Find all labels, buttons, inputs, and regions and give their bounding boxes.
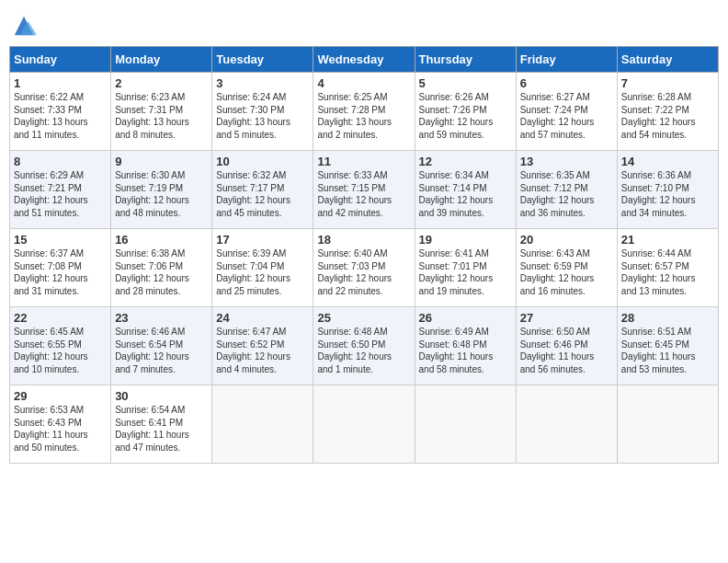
day-number: 20 [520, 233, 613, 247]
calendar-cell: 28Sunrise: 6:51 AMSunset: 6:45 PMDayligh… [617, 307, 718, 385]
cell-info: Sunrise: 6:35 AMSunset: 7:12 PMDaylight:… [520, 169, 613, 219]
calendar-cell: 3Sunrise: 6:24 AMSunset: 7:30 PMDaylight… [212, 73, 313, 151]
cell-info: Sunrise: 6:40 AMSunset: 7:03 PMDaylight:… [317, 247, 410, 297]
cell-info: Sunrise: 6:54 AMSunset: 6:41 PMDaylight:… [115, 404, 208, 454]
day-number: 19 [419, 233, 512, 247]
calendar-cell: 30Sunrise: 6:54 AMSunset: 6:41 PMDayligh… [111, 385, 212, 464]
calendar-cell: 16Sunrise: 6:38 AMSunset: 7:06 PMDayligh… [111, 229, 212, 307]
cell-info: Sunrise: 6:53 AMSunset: 6:43 PMDaylight:… [14, 404, 107, 454]
calendar-cell: 23Sunrise: 6:46 AMSunset: 6:54 PMDayligh… [111, 307, 212, 385]
day-number: 23 [115, 311, 208, 325]
calendar-cell: 17Sunrise: 6:39 AMSunset: 7:04 PMDayligh… [212, 229, 313, 307]
day-number: 3 [216, 76, 309, 90]
cell-info: Sunrise: 6:24 AMSunset: 7:30 PMDaylight:… [216, 91, 309, 141]
calendar-cell: 25Sunrise: 6:48 AMSunset: 6:50 PMDayligh… [313, 307, 415, 385]
day-header-monday: Monday [111, 47, 212, 73]
cell-info: Sunrise: 6:39 AMSunset: 7:04 PMDaylight:… [216, 247, 309, 297]
calendar-cell: 26Sunrise: 6:49 AMSunset: 6:48 PMDayligh… [415, 307, 516, 385]
day-number: 10 [216, 155, 309, 168]
calendar-cell: 1Sunrise: 6:22 AMSunset: 7:33 PMDaylight… [10, 73, 111, 151]
day-header-thursday: Thursday [415, 47, 516, 73]
calendar-cell: 7Sunrise: 6:28 AMSunset: 7:22 PMDaylight… [617, 73, 718, 151]
day-number: 15 [14, 233, 107, 247]
calendar-cell: 15Sunrise: 6:37 AMSunset: 7:08 PMDayligh… [10, 229, 111, 307]
day-number: 6 [520, 76, 613, 90]
calendar-cell: 29Sunrise: 6:53 AMSunset: 6:43 PMDayligh… [10, 385, 111, 464]
cell-info: Sunrise: 6:47 AMSunset: 6:52 PMDaylight:… [216, 326, 309, 375]
cell-info: Sunrise: 6:49 AMSunset: 6:48 PMDaylight:… [419, 326, 512, 375]
calendar-cell: 14Sunrise: 6:36 AMSunset: 7:10 PMDayligh… [617, 151, 718, 229]
cell-info: Sunrise: 6:33 AMSunset: 7:15 PMDaylight:… [317, 169, 410, 219]
day-number: 25 [317, 311, 410, 325]
day-number: 13 [520, 155, 613, 168]
cell-info: Sunrise: 6:27 AMSunset: 7:24 PMDaylight:… [520, 91, 613, 141]
day-header-friday: Friday [516, 47, 617, 73]
calendar-table: SundayMondayTuesdayWednesdayThursdayFrid… [9, 46, 719, 464]
calendar-cell [212, 385, 313, 464]
cell-info: Sunrise: 6:38 AMSunset: 7:06 PMDaylight:… [115, 247, 208, 297]
day-number: 29 [14, 389, 107, 403]
day-header-wednesday: Wednesday [313, 47, 415, 73]
cell-info: Sunrise: 6:34 AMSunset: 7:14 PMDaylight:… [419, 169, 512, 219]
day-number: 28 [621, 311, 714, 325]
day-number: 24 [216, 311, 309, 325]
cell-info: Sunrise: 6:43 AMSunset: 6:59 PMDaylight:… [520, 247, 613, 297]
day-number: 27 [520, 311, 613, 325]
cell-info: Sunrise: 6:30 AMSunset: 7:19 PMDaylight:… [115, 169, 208, 219]
cell-info: Sunrise: 6:41 AMSunset: 7:01 PMDaylight:… [419, 247, 512, 297]
day-header-sunday: Sunday [10, 47, 111, 73]
cell-info: Sunrise: 6:37 AMSunset: 7:08 PMDaylight:… [14, 247, 107, 297]
day-header-tuesday: Tuesday [212, 47, 313, 73]
day-number: 1 [14, 76, 107, 90]
cell-info: Sunrise: 6:50 AMSunset: 6:46 PMDaylight:… [520, 326, 613, 375]
day-number: 7 [621, 76, 714, 90]
calendar-header-row: SundayMondayTuesdayWednesdayThursdayFrid… [10, 47, 719, 73]
logo [9, 13, 37, 39]
day-number: 14 [621, 155, 714, 168]
calendar-week-row: 29Sunrise: 6:53 AMSunset: 6:43 PMDayligh… [10, 385, 719, 464]
cell-info: Sunrise: 6:23 AMSunset: 7:31 PMDaylight:… [115, 91, 208, 141]
header [9, 9, 719, 39]
calendar-cell [313, 385, 415, 464]
day-number: 5 [419, 76, 512, 90]
calendar-cell: 5Sunrise: 6:26 AMSunset: 7:26 PMDaylight… [415, 73, 516, 151]
day-number: 26 [419, 311, 512, 325]
calendar-cell [516, 385, 617, 464]
calendar-cell: 19Sunrise: 6:41 AMSunset: 7:01 PMDayligh… [415, 229, 516, 307]
calendar-cell: 13Sunrise: 6:35 AMSunset: 7:12 PMDayligh… [516, 151, 617, 229]
cell-info: Sunrise: 6:44 AMSunset: 6:57 PMDaylight:… [621, 247, 714, 297]
calendar-cell [415, 385, 516, 464]
calendar-cell: 11Sunrise: 6:33 AMSunset: 7:15 PMDayligh… [313, 151, 415, 229]
day-number: 17 [216, 233, 309, 247]
cell-info: Sunrise: 6:29 AMSunset: 7:21 PMDaylight:… [14, 169, 107, 219]
cell-info: Sunrise: 6:48 AMSunset: 6:50 PMDaylight:… [317, 326, 410, 375]
cell-info: Sunrise: 6:28 AMSunset: 7:22 PMDaylight:… [621, 91, 714, 141]
day-number: 9 [115, 155, 208, 168]
calendar-cell: 8Sunrise: 6:29 AMSunset: 7:21 PMDaylight… [10, 151, 111, 229]
cell-info: Sunrise: 6:51 AMSunset: 6:45 PMDaylight:… [621, 326, 714, 375]
calendar-week-row: 1Sunrise: 6:22 AMSunset: 7:33 PMDaylight… [10, 73, 719, 151]
calendar-cell: 9Sunrise: 6:30 AMSunset: 7:19 PMDaylight… [111, 151, 212, 229]
cell-info: Sunrise: 6:32 AMSunset: 7:17 PMDaylight:… [216, 169, 309, 219]
calendar-cell: 4Sunrise: 6:25 AMSunset: 7:28 PMDaylight… [313, 73, 415, 151]
calendar-cell: 18Sunrise: 6:40 AMSunset: 7:03 PMDayligh… [313, 229, 415, 307]
calendar-cell: 20Sunrise: 6:43 AMSunset: 6:59 PMDayligh… [516, 229, 617, 307]
cell-info: Sunrise: 6:22 AMSunset: 7:33 PMDaylight:… [14, 91, 107, 141]
cell-info: Sunrise: 6:46 AMSunset: 6:54 PMDaylight:… [115, 326, 208, 375]
calendar-week-row: 8Sunrise: 6:29 AMSunset: 7:21 PMDaylight… [10, 151, 719, 229]
day-number: 2 [115, 76, 208, 90]
day-number: 22 [14, 311, 107, 325]
calendar-cell: 27Sunrise: 6:50 AMSunset: 6:46 PMDayligh… [516, 307, 617, 385]
day-header-saturday: Saturday [617, 47, 718, 73]
day-number: 21 [621, 233, 714, 247]
calendar-cell: 2Sunrise: 6:23 AMSunset: 7:31 PMDaylight… [111, 73, 212, 151]
day-number: 16 [115, 233, 208, 247]
calendar-cell: 12Sunrise: 6:34 AMSunset: 7:14 PMDayligh… [415, 151, 516, 229]
calendar-week-row: 22Sunrise: 6:45 AMSunset: 6:55 PMDayligh… [10, 307, 719, 385]
day-number: 18 [317, 233, 410, 247]
cell-info: Sunrise: 6:36 AMSunset: 7:10 PMDaylight:… [621, 169, 714, 219]
calendar-cell [617, 385, 718, 464]
calendar-cell: 22Sunrise: 6:45 AMSunset: 6:55 PMDayligh… [10, 307, 111, 385]
calendar-cell: 6Sunrise: 6:27 AMSunset: 7:24 PMDaylight… [516, 73, 617, 151]
calendar-week-row: 15Sunrise: 6:37 AMSunset: 7:08 PMDayligh… [10, 229, 719, 307]
